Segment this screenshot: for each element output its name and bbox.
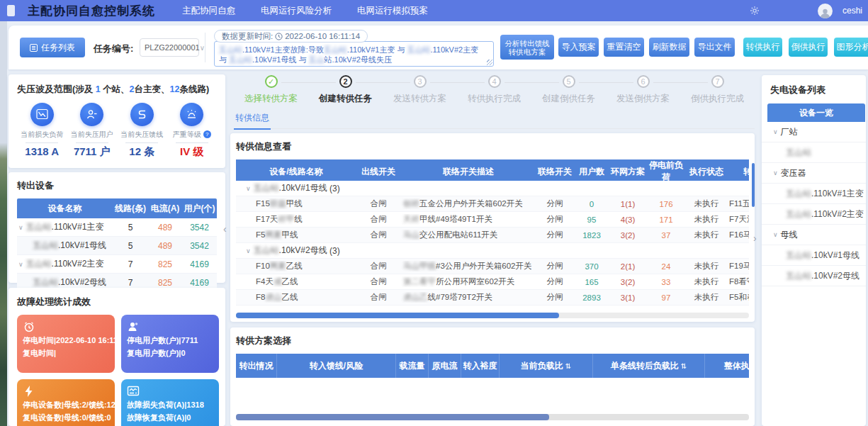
table-row[interactable]: F17天祥甲线 合闸 天祥甲线#49塔49T1开关 分闸 95 4(3) 171…	[236, 212, 749, 228]
plan-select-title: 转供方案选择	[236, 335, 749, 347]
plan-select-table: 转出情况 转入馈线/风险 载流量 原电流 转入裕度 当前负载比⇅ 单条线转后负载…	[236, 354, 749, 378]
table-row[interactable]: F4天成乙线 合闸 第二看守所公用环网室602开关 分闸 165 3(2) 33…	[236, 274, 749, 290]
table-row[interactable]: ∨五山站.110kV#2主变 7 825 4169	[17, 255, 217, 274]
col-lines: 线路(条)	[113, 203, 148, 215]
sort-icon: ⇅	[565, 362, 571, 370]
graph-analysis-button[interactable]: 图形分析	[834, 38, 868, 57]
tree-group-station[interactable]: ∨厂站	[762, 122, 866, 142]
nav-item-risk-analysis[interactable]: 电网运行风险分析	[261, 5, 332, 17]
caret-icon[interactable]: ∨	[18, 261, 23, 268]
impact-title: 失压波及范围	[17, 84, 72, 94]
fault-stats-title: 故障处理统计成效	[17, 296, 217, 308]
step-send-reverse-plan: 6发送倒供方案	[606, 75, 680, 105]
tree-group-transformer[interactable]: ∨变压器	[762, 163, 866, 184]
tree-item[interactable]: 五山站.110kV#1主变	[762, 184, 866, 204]
top-bar: 主配协同自愈控制系统 主配协同自愈 电网运行风险分析 电网运行模拟预案 cesh…	[0, 0, 868, 21]
transfer-out-table: 设备名称 线路(条) 电流(A) 用户(个) ∨五山站.110kV#1主变 5 …	[17, 198, 217, 292]
refresh-data-button[interactable]: 刷新数据	[649, 38, 689, 57]
user-avatar[interactable]	[818, 4, 833, 18]
expand-right-icon[interactable]: ›	[753, 232, 757, 244]
plan-select-card: 转供方案选择 转出情况 转入馈线/风险 载流量 原电流 转入裕度 当前负载比⇅ …	[230, 327, 755, 426]
step-select-plan: ✓选择转供方案	[234, 75, 308, 105]
sort-icon: ⇅	[681, 362, 687, 370]
gear-icon[interactable]	[750, 6, 760, 16]
severity-value: IV 级	[167, 145, 218, 159]
transfer-info-card: 转供信息查看 设备/线路名称 出线开关 联络开关描述 联络开关 用户数 环网方案…	[230, 133, 755, 322]
table-row[interactable]: ∨五山站.110kV#1主变 5 489 3542	[17, 218, 217, 237]
caret-icon: ∨	[773, 169, 778, 176]
list-icon	[30, 44, 38, 52]
table-row[interactable]: 五山站.10kV#1母线 5 489 3542	[17, 237, 217, 255]
transfer-info-table: 设备/线路名称 出线开关 联络开关描述 联络开关 用户数 环网方案 停电前负荷 …	[236, 159, 749, 306]
step-send-plan: 3发送转供方案	[383, 75, 457, 105]
lost-power-device-list: 失电设备列表 设备一览 ∨厂站 五山站 ∨变压器 五山站.110kV#1主变 五…	[762, 75, 866, 426]
tree-item[interactable]: 五山站.10kV#2母线	[762, 266, 866, 286]
resize-handle[interactable]	[487, 60, 492, 65]
analyze-transfer-plan-button[interactable]: 分析转出馈线转供电方案	[500, 35, 554, 60]
outage-devices-card: 停电设备数|母线:2/馈线:12 复电设备数|母线:0/馈线:0	[17, 379, 115, 426]
outage-time-card: 停电时间|2022-06-10 16:11 复电时间|	[17, 315, 115, 373]
device-overview-header[interactable]: 设备一览	[767, 103, 865, 122]
col-current-load-ratio[interactable]: 当前负载比⇅	[500, 354, 593, 378]
tree-item[interactable]: 五山站.110kV#2主变	[762, 204, 866, 225]
col-capacity: 载流量	[396, 354, 429, 378]
voltage-loss-impact-card: 失压波及范围(涉及 1 个站、2台主变、12条线路) 当前损失负荷 1318 A…	[9, 74, 225, 168]
users-icon	[127, 320, 140, 333]
reset-clear-button[interactable]: 重置清空	[604, 38, 644, 57]
step-transfer-done: 4转供执行完成	[457, 75, 531, 105]
tree-item[interactable]: 五山站.10kV#1母线	[762, 245, 866, 266]
stat-loss-load: 当前损失负荷 1318 A	[17, 103, 67, 159]
transfer-execute-button[interactable]: 转供执行	[743, 38, 782, 57]
export-file-button[interactable]: 导出文件	[694, 38, 735, 57]
stat-severity: 严重等级 ? IV 级	[167, 103, 218, 159]
caret-icon[interactable]: ∨	[18, 224, 23, 231]
reverse-supply-execute-button[interactable]: 倒供执行	[789, 38, 828, 57]
table-row[interactable]: F15联益甲线 合闸 创祥五金公用户外开关箱602开关 分闸 0 1(1) 17…	[236, 196, 749, 212]
tab-bar: 转供信息	[234, 108, 755, 129]
col-transfer-in-feeder: 转入馈线/风险	[277, 354, 396, 378]
task-number-select[interactable]: PLZG22000001 ∨	[140, 38, 199, 57]
col-overall-load-ratio[interactable]: 整体执行负载比⇅	[705, 354, 749, 378]
nav-item-simulation-plan[interactable]: 电网运行模拟预案	[357, 5, 428, 17]
transfer-info-title: 转供信息查看	[236, 140, 749, 153]
divider	[205, 33, 205, 62]
col-device-name: 设备名称	[17, 203, 113, 215]
username[interactable]: ceshi	[842, 6, 862, 16]
transfer-out-title: 转出设备	[17, 179, 217, 192]
nav-item-self-healing[interactable]: 主配协同自愈	[182, 5, 235, 17]
caret-icon[interactable]: ∨	[246, 185, 251, 192]
group-row-bus2[interactable]: ∨ 五山站.10kV#2母线 (3)	[236, 243, 749, 259]
scrollbar-thumb[interactable]	[236, 414, 549, 420]
top-nav: 主配协同自愈 电网运行风险分析 电网运行模拟预案	[182, 5, 428, 17]
caret-icon: ∨	[773, 231, 778, 238]
collapse-left-icon[interactable]: ‹	[223, 223, 227, 235]
col-users: 用户(个)	[182, 203, 217, 215]
fault-description-textarea[interactable]: 五山站.110kV#1主变故障:导致五山站.110kV#1主变 与 五山站.11…	[214, 41, 494, 67]
tree-group-bus[interactable]: ∨母线	[762, 225, 866, 245]
scrollbar-thumb[interactable]	[236, 313, 559, 318]
import-plan-button[interactable]: 导入预案	[558, 38, 599, 57]
background-photo-strip	[0, 21, 7, 426]
tab-transfer-info[interactable]: 转供信息	[234, 108, 271, 130]
alarm-lamp-icon	[180, 103, 203, 126]
table-row[interactable]: F5网夏甲线 合闸 马山交公用配电站611开关 分闸 1823 3(2) 37 …	[236, 228, 749, 243]
line-chart-icon	[30, 103, 54, 126]
load-monitor-icon	[127, 385, 140, 398]
col-single-line-load-ratio[interactable]: 单条线转后负载比⇅	[593, 354, 705, 378]
help-icon[interactable]: ?	[203, 130, 211, 138]
table-row[interactable]: F10网夏乙线 合闸 马山甲线#3公用户外开关箱602开关 分闸 370 2(1…	[236, 259, 749, 274]
horizontal-scrollbar[interactable]	[236, 414, 749, 420]
step-create-task: 2创建转供任务	[308, 75, 383, 105]
step-reverse-done: 7倒供执行完成	[680, 75, 755, 105]
task-list-button[interactable]: 任务列表	[20, 38, 85, 57]
step-create-reverse-task: 5创建倒供任务	[531, 75, 606, 105]
table-row[interactable]: F8虎山乙线 合闸 虎山乙线#79塔79T2开关 分闸 2893 3(1) 97…	[236, 290, 749, 306]
data-update-time: 数据更新时间: 2022-06-10 16:11:14	[214, 30, 368, 43]
vertical-scrollbar[interactable]	[752, 163, 755, 207]
lost-load-card: 故障损失负荷(A)|1318 故障恢复负荷(A)|0	[121, 379, 219, 426]
lightning-icon	[23, 385, 35, 398]
horizontal-scrollbar[interactable]	[236, 313, 749, 318]
caret-icon[interactable]: ∨	[246, 247, 251, 254]
outage-users-card: 停电用户数(户)|7711 复电用户数(户)|0	[121, 315, 219, 373]
tree-item[interactable]: 五山站	[762, 142, 866, 163]
